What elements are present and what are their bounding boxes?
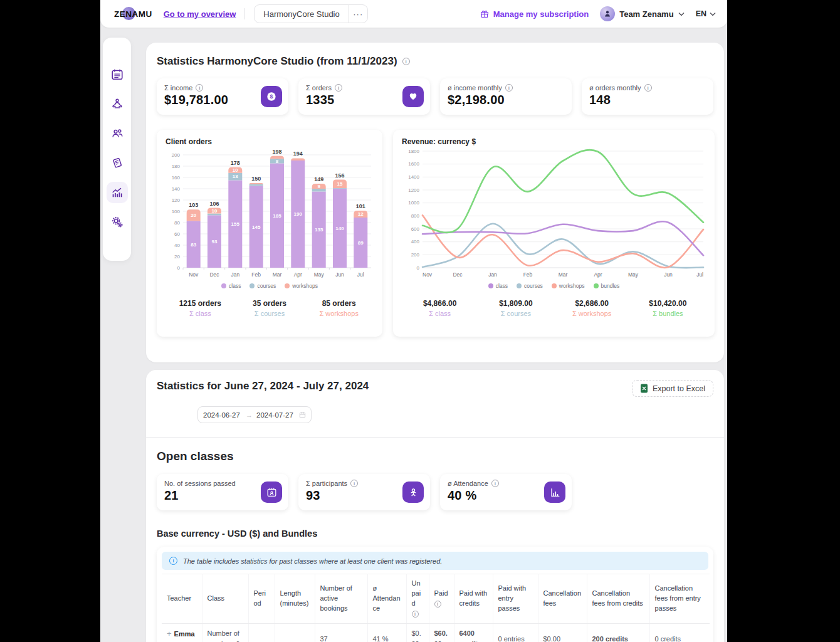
svg-text:60: 60 xyxy=(174,231,180,237)
svg-text:120: 120 xyxy=(172,197,181,203)
legend-item-workshops[interactable]: workshops xyxy=(285,283,318,289)
info-icon[interactable]: i xyxy=(350,480,358,487)
studio-button[interactable]: HarmonyCore Studio xyxy=(255,5,348,23)
svg-text:178: 178 xyxy=(231,160,240,166)
gear-icon xyxy=(110,215,124,229)
summary-item: $4,866.00Σ class xyxy=(402,299,478,317)
legend-item-workshops[interactable]: workshops xyxy=(552,283,585,289)
sidebar-item-classes[interactable] xyxy=(107,93,128,115)
svg-text:145: 145 xyxy=(252,224,261,230)
svg-text:100: 100 xyxy=(172,209,181,214)
open-classes-stat-cards: No. of sessions passed 21 Σ participants… xyxy=(157,474,713,510)
table-cell: 200 credits xyxy=(587,623,649,642)
summary-item: 85 ordersΣ workshops xyxy=(304,299,374,317)
svg-text:Apr: Apr xyxy=(294,271,302,278)
open-classes-heading: Open classes xyxy=(157,450,713,463)
bar-chart-legend: classcoursesworkshops xyxy=(165,283,374,289)
svg-text:20: 20 xyxy=(191,213,196,218)
svg-text:Apr: Apr xyxy=(594,271,602,278)
svg-text:800: 800 xyxy=(411,213,420,219)
manage-subscription-button[interactable]: Manage my subscription xyxy=(480,9,589,19)
legend-dot xyxy=(249,283,255,288)
participants-badge-icon xyxy=(402,482,424,503)
column-header: Length (minutes) xyxy=(275,574,315,624)
svg-text:1600: 1600 xyxy=(408,161,419,167)
sidebar-item-invoices[interactable] xyxy=(107,152,128,174)
sidebar-item-statistics[interactable] xyxy=(107,182,128,203)
date-from-input[interactable] xyxy=(203,411,242,419)
table-cell: 0 credits xyxy=(649,623,710,642)
legend-item-class[interactable]: class xyxy=(488,283,508,289)
svg-text:$: $ xyxy=(270,93,273,100)
revenue-chart-card: Revenue: currency $ 02004006008001000120… xyxy=(393,130,715,337)
svg-text:10: 10 xyxy=(233,167,238,173)
svg-text:101: 101 xyxy=(356,203,365,209)
team-menu[interactable]: Team Zenamu xyxy=(600,6,684,21)
date-to-input[interactable] xyxy=(256,411,295,419)
export-to-excel-button[interactable]: Export to Excel xyxy=(632,380,713,397)
table-cell xyxy=(248,623,275,642)
bar-chart-title: Client orders xyxy=(165,137,374,146)
info-icon[interactable]: i xyxy=(412,611,419,618)
statistics-period-card: Statistics for June 27, 2024 - July 27, … xyxy=(146,370,724,642)
info-icon[interactable]: i xyxy=(491,480,499,487)
summary-item: 1215 ordersΣ class xyxy=(165,299,235,317)
info-icon[interactable]: i xyxy=(644,84,652,92)
stat-card-orders-monthly: ø orders monthlyi 148 xyxy=(582,78,713,115)
svg-text:400: 400 xyxy=(411,239,420,245)
zenamu-logo[interactable]: ZENAMU xyxy=(114,9,152,19)
svg-text:200: 200 xyxy=(411,252,420,258)
divider xyxy=(244,8,245,19)
svg-text:1200: 1200 xyxy=(408,187,419,193)
legend-item-bundles[interactable]: bundles xyxy=(594,283,620,289)
sidebar-item-settings[interactable] xyxy=(107,211,128,233)
info-icon[interactable]: i xyxy=(196,84,203,92)
svg-text:15: 15 xyxy=(337,181,343,187)
legend-item-courses[interactable]: courses xyxy=(517,283,543,289)
svg-text:8: 8 xyxy=(276,159,279,164)
info-icon[interactable]: i xyxy=(434,601,441,608)
overview-link[interactable]: Go to my overview xyxy=(164,9,236,19)
svg-text:1800: 1800 xyxy=(408,149,419,154)
attendance-badge-icon xyxy=(544,482,565,503)
svg-text:600: 600 xyxy=(411,226,420,232)
section2-title: Statistics for June 27, 2024 - July 27, … xyxy=(157,380,369,392)
svg-text:135: 135 xyxy=(315,227,323,233)
table-cell: $0.00 xyxy=(538,623,587,642)
stat-card-sessions-passed: No. of sessions passed 21 xyxy=(157,474,288,510)
info-icon[interactable]: i xyxy=(505,84,513,92)
date-range-picker: → xyxy=(197,406,312,423)
svg-text:12: 12 xyxy=(358,211,364,217)
info-icon[interactable]: i xyxy=(402,58,410,65)
svg-text:20: 20 xyxy=(174,254,180,260)
legend-item-courses[interactable]: courses xyxy=(249,283,276,289)
column-header: Unpaid i xyxy=(406,574,429,624)
info-icon: i xyxy=(169,557,177,565)
arrow-icon: → xyxy=(246,411,253,419)
language-selector[interactable]: EN xyxy=(696,9,716,18)
sidebar-item-clients[interactable] xyxy=(107,123,128,144)
svg-text:Dec: Dec xyxy=(453,271,463,278)
column-header: ø Attendance xyxy=(367,574,406,624)
legend-item-class[interactable]: class xyxy=(221,283,241,289)
legend-dot xyxy=(552,283,557,288)
revenue-summary: $4,866.00Σ class$1,809.00Σ courses$2,686… xyxy=(402,299,706,317)
column-header: Number of active bookings xyxy=(315,574,367,624)
chevron-down-icon xyxy=(710,12,716,16)
table-cell: $60.00 xyxy=(429,623,454,642)
svg-text:Jun: Jun xyxy=(664,271,673,278)
svg-text:80: 80 xyxy=(174,220,180,226)
chevron-down-icon xyxy=(678,12,685,16)
line-chart-title: Revenue: currency $ xyxy=(402,137,706,146)
legend-dot xyxy=(517,283,522,288)
expand-row-button[interactable]: + xyxy=(167,629,172,638)
calendar-icon[interactable] xyxy=(299,411,306,419)
users-icon xyxy=(110,127,124,140)
table-cell: $0.00 xyxy=(406,623,429,642)
sidebar-item-calendar[interactable] xyxy=(107,64,128,85)
svg-text:180: 180 xyxy=(172,164,181,169)
info-icon[interactable]: i xyxy=(335,84,342,92)
excel-icon xyxy=(640,384,648,393)
more-options-button[interactable]: ··· xyxy=(349,5,367,23)
orders-summary: 1215 ordersΣ class35 ordersΣ courses85 o… xyxy=(165,299,374,317)
